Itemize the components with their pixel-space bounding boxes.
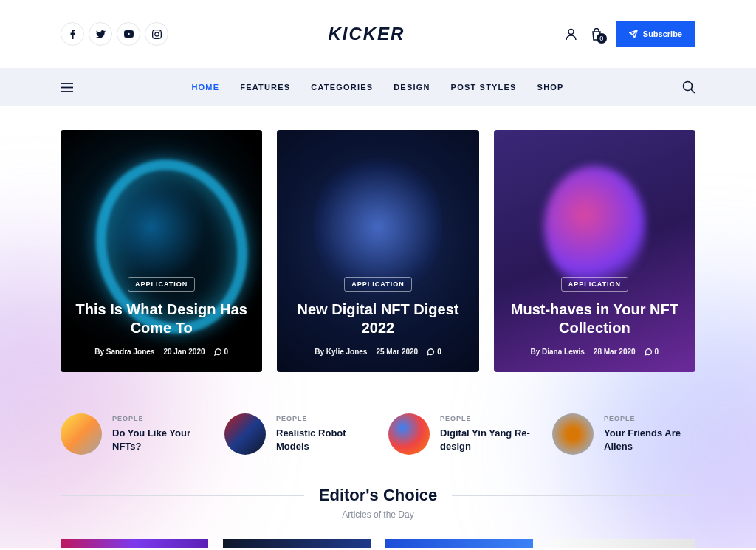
category-tag[interactable]: APPLICATION <box>128 277 195 292</box>
author[interactable]: By Kylie Jones <box>315 348 367 356</box>
people-item[interactable]: PEOPLE Do You Like Your NFTs? <box>61 413 204 455</box>
svg-point-0 <box>568 29 574 34</box>
hamburger-icon[interactable] <box>61 83 73 92</box>
card-title: New Digital NFT Digest 2022 <box>290 300 465 337</box>
preview-card[interactable] <box>548 539 695 548</box>
top-right-actions: 0 Subscribe <box>565 21 695 47</box>
social-links <box>61 22 168 46</box>
twitter-icon[interactable] <box>89 22 112 46</box>
card-title: Must-haves in Your NFT Collection <box>507 300 682 337</box>
user-icon[interactable] <box>565 28 577 41</box>
top-bar: KICKER 0 Subscribe <box>0 0 756 68</box>
facebook-icon[interactable] <box>61 22 84 46</box>
hero-cards: APPLICATION This Is What Design Has Come… <box>0 106 756 372</box>
preview-card[interactable] <box>61 539 208 548</box>
preview-card[interactable] <box>385 539 533 548</box>
card-content: APPLICATION This Is What Design Has Come… <box>74 276 249 356</box>
nav-design[interactable]: DESIGN <box>394 83 430 92</box>
people-title: Your Friends Are Aliens <box>604 427 695 453</box>
nav-shop[interactable]: SHOP <box>537 83 564 92</box>
section-title: Editor's Choice <box>319 486 437 505</box>
people-item[interactable]: PEOPLE Realistic Robot Models <box>224 413 368 455</box>
people-item[interactable]: PEOPLE Your Friends Are Aliens <box>552 413 695 455</box>
people-title: Realistic Robot Models <box>276 427 368 453</box>
cart-icon[interactable]: 0 <box>591 28 602 41</box>
section-subtitle: Articles of the Day <box>61 509 695 520</box>
people-text: PEOPLE Realistic Robot Models <box>276 415 368 453</box>
date: 20 Jan 2020 <box>163 348 205 356</box>
instagram-icon[interactable] <box>145 22 168 46</box>
hero-card[interactable]: APPLICATION Must-haves in Your NFT Colle… <box>494 130 695 372</box>
date: 28 Mar 2020 <box>594 348 636 356</box>
people-row: PEOPLE Do You Like Your NFTs? PEOPLE Rea… <box>0 372 756 471</box>
search-icon[interactable] <box>682 80 695 94</box>
people-title: Do You Like Your NFTs? <box>112 427 204 453</box>
nav-bar: HOME FEATURES CATEGORIES DESIGN POST STY… <box>0 68 756 106</box>
preview-card[interactable] <box>223 539 371 548</box>
card-title: This Is What Design Has Come To <box>74 300 249 337</box>
people-category[interactable]: PEOPLE <box>276 415 368 422</box>
nav-home[interactable]: HOME <box>191 83 219 92</box>
people-category[interactable]: PEOPLE <box>440 415 532 422</box>
card-content: APPLICATION Must-haves in Your NFT Colle… <box>507 276 682 356</box>
subscribe-label: Subscribe <box>643 30 682 38</box>
card-meta: By Diana Lewis 28 Mar 2020 0 <box>507 348 682 356</box>
comments[interactable]: 0 <box>214 348 229 356</box>
people-category[interactable]: PEOPLE <box>604 415 695 422</box>
hero-card[interactable]: APPLICATION This Is What Design Has Come… <box>61 130 262 372</box>
category-tag[interactable]: APPLICATION <box>344 277 411 292</box>
nav-features[interactable]: FEATURES <box>240 83 290 92</box>
site-logo[interactable]: KICKER <box>328 24 405 44</box>
people-title: Digital Yin Yang Re-design <box>440 427 532 453</box>
comments[interactable]: 0 <box>427 348 441 356</box>
hero-card[interactable]: APPLICATION New Digital NFT Digest 2022 … <box>277 130 478 372</box>
people-category[interactable]: PEOPLE <box>112 415 204 422</box>
comments[interactable]: 0 <box>645 348 659 356</box>
people-item[interactable]: PEOPLE Digital Yin Yang Re-design <box>388 413 532 455</box>
people-text: PEOPLE Do You Like Your NFTs? <box>112 415 204 453</box>
divider <box>452 495 695 496</box>
thumbnail <box>224 413 266 455</box>
card-content: APPLICATION New Digital NFT Digest 2022 … <box>290 276 465 356</box>
nav-categories[interactable]: CATEGORIES <box>311 83 373 92</box>
nav-links: HOME FEATURES CATEGORIES DESIGN POST STY… <box>191 83 563 92</box>
author[interactable]: By Sandra Jones <box>94 348 154 356</box>
svg-line-5 <box>691 89 695 93</box>
cart-badge: 0 <box>597 33 607 44</box>
editor-section: Editor's Choice Articles of the Day <box>0 471 756 520</box>
category-tag[interactable]: APPLICATION <box>561 277 628 292</box>
thumbnail <box>61 413 102 455</box>
card-meta: By Sandra Jones 20 Jan 2020 0 <box>74 348 249 356</box>
thumbnail <box>388 413 430 455</box>
people-text: PEOPLE Your Friends Are Aliens <box>604 415 695 453</box>
date: 25 Mar 2020 <box>376 348 418 356</box>
card-meta: By Kylie Jones 25 Mar 2020 0 <box>290 348 465 356</box>
editor-cards-preview <box>0 520 756 548</box>
people-text: PEOPLE Digital Yin Yang Re-design <box>440 415 532 453</box>
author[interactable]: By Diana Lewis <box>531 348 585 356</box>
divider <box>61 495 304 496</box>
youtube-icon[interactable] <box>117 22 140 46</box>
thumbnail <box>552 413 594 455</box>
nav-post-styles[interactable]: POST STYLES <box>451 83 517 92</box>
subscribe-button[interactable]: Subscribe <box>616 21 695 47</box>
svg-point-4 <box>683 82 692 91</box>
